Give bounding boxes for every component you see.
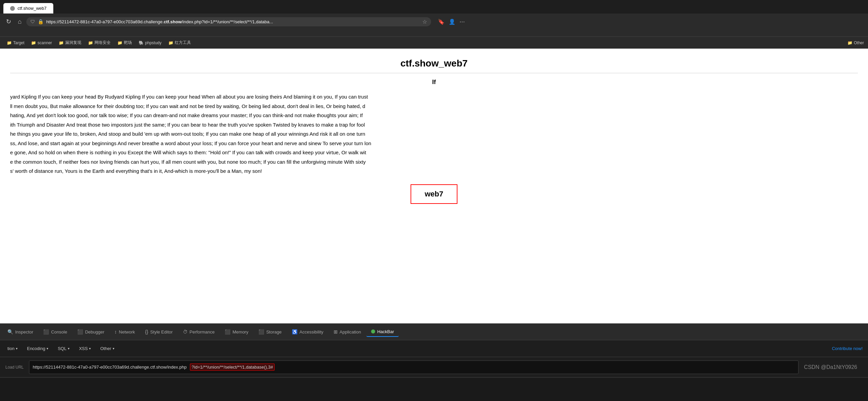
bookmark-range[interactable]: 📁 靶场 [115, 39, 135, 47]
storage-icon: ⬛ [258, 329, 264, 335]
other-label: Other [100, 346, 111, 351]
bookmark-label: phpstudy [145, 41, 162, 45]
tab-hackbar[interactable]: HackBar [366, 327, 399, 337]
console-icon: ⬛ [43, 329, 49, 335]
hackbar-content: tion ▾ Encoding ▾ SQL ▾ XSS ▾ Other ▾ Co… [0, 340, 868, 401]
xss-label: XSS [79, 346, 88, 351]
dropdown-arrow-icon: ▾ [47, 347, 48, 350]
home-button[interactable]: ⌂ [16, 17, 24, 27]
tab-performance[interactable]: ⏱ Performance [178, 327, 219, 337]
application-icon: ⊞ [334, 329, 338, 335]
bookmark-label: Target [13, 41, 24, 45]
tab-label: Storage [266, 329, 282, 335]
tab-label: Application [340, 329, 361, 335]
result-label: web7 [425, 190, 443, 198]
folder-icon: 📁 [168, 41, 173, 45]
extensions-button[interactable]: 🔖 [438, 19, 445, 25]
url-row-label: Load URL [5, 365, 24, 370]
tab-console[interactable]: ⬛ Console [38, 327, 72, 337]
tab-label: Console [51, 329, 67, 335]
tab-label: Accessibility [300, 329, 324, 335]
sql-label: SQL [58, 346, 66, 351]
memory-icon: ⬛ [225, 329, 230, 335]
lock-icon: 🔒 [38, 19, 44, 24]
hackbar-url-row: Load URL https://52114472-881c-47a0-a797… [0, 357, 868, 377]
url-input[interactable]: https://52114472-881c-47a0-a797-e00cc703… [29, 360, 799, 374]
tab-label: HackBar [377, 329, 394, 334]
bookmark-label: scanner [37, 41, 52, 45]
browser-chrome: ctf.show_web7 ↻ ⌂ 🛡 🔒 https://52114472-8… [0, 0, 868, 36]
tab-network[interactable]: ↕ Network [110, 327, 140, 337]
hackbar-toolbar: tion ▾ Encoding ▾ SQL ▾ XSS ▾ Other ▾ Co… [0, 340, 868, 357]
dropdown-arrow-icon: ▾ [16, 347, 18, 350]
accessibility-icon: ♿ [292, 329, 298, 335]
page-title: ctf.show_web7 [10, 58, 858, 69]
encoding-button[interactable]: Encoding ▾ [25, 345, 50, 352]
result-box: web7 [411, 184, 457, 204]
nav-bar: ↻ ⌂ 🛡 🔒 https://52114472-881c-47a0-a797-… [0, 14, 868, 30]
bookmark-redteam[interactable]: 📁 红方工具 [166, 39, 194, 47]
tab-favicon [10, 6, 15, 11]
bookmark-vuln[interactable]: 📁 漏洞复现 [56, 39, 84, 47]
menu-button[interactable]: ⋯ [459, 19, 465, 25]
bookmark-label: 靶场 [124, 40, 132, 46]
address-domain: ctf.show [164, 19, 181, 24]
bookmark-label: 网络安全 [94, 40, 111, 46]
address-path: /index.php?id=1/**/union/**/select/**/1,… [181, 19, 273, 24]
star-icon[interactable]: ☆ [422, 19, 427, 25]
folder-icon: 📁 [117, 41, 122, 45]
folder-icon: 📁 [7, 41, 12, 45]
url-prefix-text: https://52114472-881c-47a0-a797-e00cc703… [29, 365, 190, 370]
style-icon: {} [145, 329, 148, 335]
nav-right-icons: 🔖 👤 ⋯ [438, 19, 465, 25]
folder-icon: 📁 [847, 41, 852, 45]
poem-line: ith Triumph and Disaster And treat those… [10, 121, 858, 129]
bookmark-target[interactable]: 📁 Target [4, 39, 27, 46]
xss-button[interactable]: XSS ▾ [77, 345, 93, 352]
active-tab[interactable]: ctf.show_web7 [3, 3, 53, 14]
bookmarks-other[interactable]: 📁 Other [847, 41, 864, 45]
refresh-button[interactable]: ↻ [4, 17, 13, 27]
tab-label: Network [119, 329, 135, 335]
devtools-panel: 🔍 Inspector ⬛ Console ⬛ Debugger ↕ Netwo… [0, 323, 868, 401]
encoding-label: Encoding [27, 346, 45, 351]
page-divider [10, 73, 858, 73]
csdn-watermark: CSDN @Da1NtY0926 [804, 364, 863, 370]
poem-line: ll men doubt you, But make allowance for… [10, 102, 858, 111]
network-icon: ↕ [114, 329, 117, 335]
tab-memory[interactable]: ⬛ Memory [220, 327, 253, 337]
load-url-button[interactable]: tion ▾ [5, 345, 20, 352]
bookmark-label: 漏洞复现 [65, 40, 81, 46]
tab-label: Debugger [85, 329, 104, 335]
tab-accessibility[interactable]: ♿ Accessibility [287, 327, 328, 337]
tab-debugger[interactable]: ⬛ Debugger [73, 327, 109, 337]
poem-line: hating, And yet don't look too good, nor… [10, 111, 858, 120]
tab-inspector[interactable]: 🔍 Inspector [3, 327, 38, 337]
contribute-link[interactable]: Contribute now! [832, 346, 863, 351]
sql-button[interactable]: SQL ▾ [56, 345, 72, 352]
account-button[interactable]: 👤 [449, 19, 455, 25]
other-label: Other [854, 41, 864, 45]
address-prefix: https://52114472-881c-47a0-a797-e00cc703… [46, 19, 164, 24]
bookmarks-bar: 📁 Target 📁 scanner 📁 漏洞复现 📁 网络安全 📁 靶场 🐘 … [0, 36, 868, 49]
tab-style-editor[interactable]: {} Style Editor [140, 327, 177, 337]
poem-line: e the common touch, If neither foes nor … [10, 158, 858, 166]
address-bar[interactable]: 🛡 🔒 https://52114472-881c-47a0-a797-e00c… [26, 17, 431, 26]
bookmark-scanner[interactable]: 📁 scanner [28, 39, 55, 46]
load-url-label: tion [7, 346, 15, 351]
tab-storage[interactable]: ⬛ Storage [254, 327, 286, 337]
other-button[interactable]: Other ▾ [98, 345, 116, 352]
hackbar-extra-area [0, 377, 868, 401]
poem-title: If [10, 79, 858, 86]
tab-application[interactable]: ⊞ Application [329, 327, 366, 337]
dropdown-arrow-icon: ▾ [113, 347, 114, 350]
phpstudy-icon: 🐘 [139, 41, 144, 45]
poem-line: s' worth of distance run, Yours is the E… [10, 167, 858, 176]
folder-icon: 📁 [88, 41, 93, 45]
bookmark-netsec[interactable]: 📁 网络安全 [85, 39, 113, 47]
tab-label: Style Editor [150, 329, 172, 335]
dropdown-arrow-icon: ▾ [89, 347, 91, 350]
tab-label: Inspector [15, 329, 33, 335]
hackbar-dot-icon [371, 329, 375, 333]
bookmark-phpstudy[interactable]: 🐘 phpstudy [136, 39, 164, 46]
